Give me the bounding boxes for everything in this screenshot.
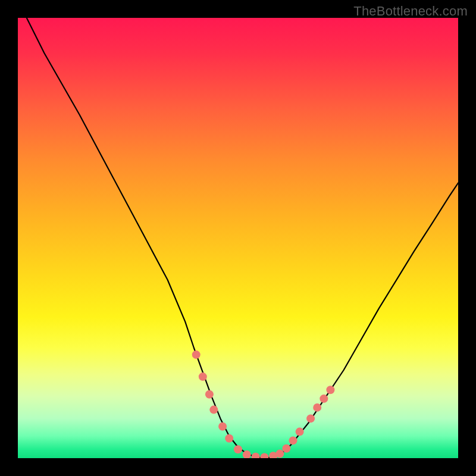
data-marker xyxy=(313,403,321,412)
data-marker xyxy=(275,450,284,458)
data-marker xyxy=(326,386,334,394)
data-marker xyxy=(252,453,260,458)
plot-area xyxy=(18,18,458,458)
watermark-text: TheBottleneck.com xyxy=(353,4,468,19)
data-marker xyxy=(205,390,214,399)
data-marker xyxy=(306,414,315,422)
data-marker xyxy=(199,372,207,381)
data-marker xyxy=(209,406,218,414)
data-marker xyxy=(225,434,233,443)
data-marker xyxy=(192,350,201,359)
data-marker xyxy=(296,428,304,436)
chart-svg xyxy=(18,18,458,458)
data-marker xyxy=(282,444,290,453)
chart-frame: TheBottleneck.com xyxy=(0,0,476,476)
curve-line xyxy=(27,18,458,458)
data-marker xyxy=(289,436,298,444)
data-marker xyxy=(218,422,227,431)
data-marker xyxy=(320,394,328,403)
data-marker xyxy=(234,445,242,453)
data-marker xyxy=(260,453,268,458)
